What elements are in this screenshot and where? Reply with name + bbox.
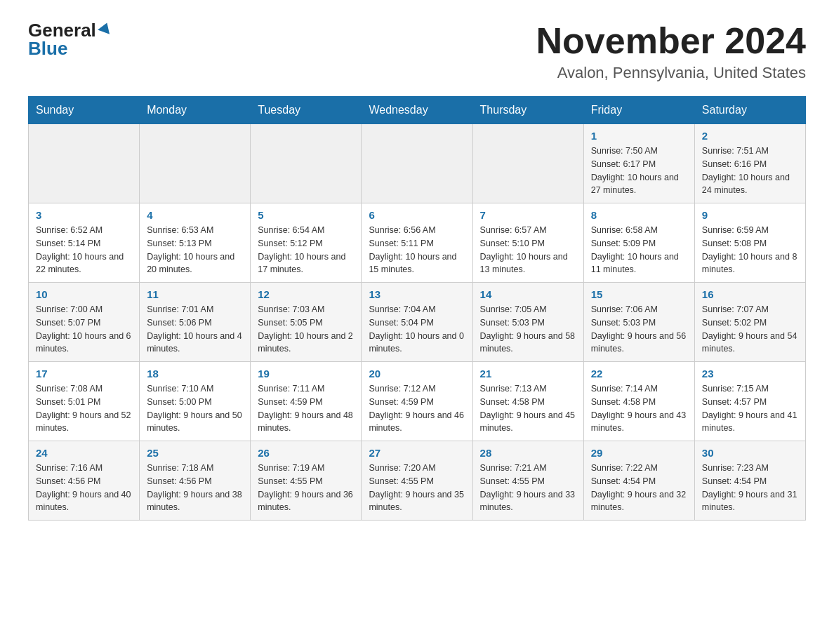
day-number: 3 — [36, 209, 132, 221]
calendar-header-sunday: Sunday — [29, 97, 140, 124]
day-number: 8 — [591, 209, 687, 221]
calendar-day-cell: 6Sunrise: 6:56 AM Sunset: 5:11 PM Daylig… — [362, 203, 472, 283]
day-number: 11 — [147, 288, 243, 300]
calendar-day-cell: 10Sunrise: 7:00 AM Sunset: 5:07 PM Dayli… — [29, 283, 140, 362]
day-number: 12 — [258, 288, 354, 300]
calendar-week-row: 17Sunrise: 7:08 AM Sunset: 5:01 PM Dayli… — [29, 362, 806, 441]
calendar-header-row: SundayMondayTuesdayWednesdayThursdayFrid… — [29, 97, 806, 124]
calendar-day-cell: 27Sunrise: 7:20 AM Sunset: 4:55 PM Dayli… — [362, 441, 472, 521]
calendar-day-cell: 20Sunrise: 7:12 AM Sunset: 4:59 PM Dayli… — [362, 362, 472, 441]
day-info: Sunrise: 7:00 AM Sunset: 5:07 PM Dayligh… — [36, 303, 132, 356]
logo-general-text: General — [28, 21, 96, 39]
day-info: Sunrise: 7:14 AM Sunset: 4:58 PM Dayligh… — [591, 382, 687, 435]
calendar-day-cell — [472, 124, 583, 203]
calendar-day-cell: 2Sunrise: 7:51 AM Sunset: 6:16 PM Daylig… — [694, 124, 805, 203]
day-info: Sunrise: 7:16 AM Sunset: 4:56 PM Dayligh… — [36, 462, 132, 514]
day-info: Sunrise: 7:04 AM Sunset: 5:04 PM Dayligh… — [369, 303, 465, 356]
calendar-header-tuesday: Tuesday — [251, 97, 362, 124]
calendar-week-row: 24Sunrise: 7:16 AM Sunset: 4:56 PM Dayli… — [29, 441, 806, 521]
day-info: Sunrise: 7:19 AM Sunset: 4:55 PM Dayligh… — [258, 462, 354, 514]
day-number: 2 — [702, 130, 798, 142]
calendar-day-cell: 13Sunrise: 7:04 AM Sunset: 5:04 PM Dayli… — [362, 283, 472, 362]
day-info: Sunrise: 7:05 AM Sunset: 5:03 PM Dayligh… — [480, 303, 576, 356]
logo: General Blue — [28, 21, 112, 58]
calendar-day-cell: 14Sunrise: 7:05 AM Sunset: 5:03 PM Dayli… — [472, 283, 583, 362]
day-number: 4 — [147, 209, 243, 221]
day-info: Sunrise: 7:22 AM Sunset: 4:54 PM Dayligh… — [591, 462, 687, 514]
day-number: 7 — [480, 209, 576, 221]
day-info: Sunrise: 7:51 AM Sunset: 6:16 PM Dayligh… — [702, 145, 798, 197]
day-info: Sunrise: 6:57 AM Sunset: 5:10 PM Dayligh… — [480, 224, 576, 276]
calendar-header-wednesday: Wednesday — [362, 97, 472, 124]
day-info: Sunrise: 6:53 AM Sunset: 5:13 PM Dayligh… — [147, 224, 243, 276]
day-info: Sunrise: 6:58 AM Sunset: 5:09 PM Dayligh… — [591, 224, 687, 276]
location-title: Avalon, Pennsylvania, United States — [536, 64, 806, 82]
calendar-week-row: 1Sunrise: 7:50 AM Sunset: 6:17 PM Daylig… — [29, 124, 806, 203]
calendar-header-thursday: Thursday — [472, 97, 583, 124]
day-info: Sunrise: 7:21 AM Sunset: 4:55 PM Dayligh… — [480, 462, 576, 514]
title-area: November 2024 Avalon, Pennsylvania, Unit… — [536, 21, 806, 82]
calendar-day-cell: 22Sunrise: 7:14 AM Sunset: 4:58 PM Dayli… — [583, 362, 694, 441]
day-number: 16 — [702, 288, 798, 300]
day-info: Sunrise: 7:50 AM Sunset: 6:17 PM Dayligh… — [591, 145, 687, 197]
calendar-day-cell: 9Sunrise: 6:59 AM Sunset: 5:08 PM Daylig… — [694, 203, 805, 283]
calendar-day-cell: 23Sunrise: 7:15 AM Sunset: 4:57 PM Dayli… — [694, 362, 805, 441]
calendar-header-friday: Friday — [583, 97, 694, 124]
day-info: Sunrise: 7:03 AM Sunset: 5:05 PM Dayligh… — [258, 303, 354, 356]
calendar-day-cell: 15Sunrise: 7:06 AM Sunset: 5:03 PM Dayli… — [583, 283, 694, 362]
day-info: Sunrise: 7:08 AM Sunset: 5:01 PM Dayligh… — [36, 382, 132, 435]
day-info: Sunrise: 7:01 AM Sunset: 5:06 PM Dayligh… — [147, 303, 243, 356]
day-info: Sunrise: 7:20 AM Sunset: 4:55 PM Dayligh… — [369, 462, 465, 514]
calendar-day-cell: 18Sunrise: 7:10 AM Sunset: 5:00 PM Dayli… — [140, 362, 251, 441]
day-info: Sunrise: 6:56 AM Sunset: 5:11 PM Dayligh… — [369, 224, 465, 276]
day-number: 9 — [702, 209, 798, 221]
calendar-day-cell — [251, 124, 362, 203]
calendar-day-cell: 21Sunrise: 7:13 AM Sunset: 4:58 PM Dayli… — [472, 362, 583, 441]
calendar-day-cell — [29, 124, 140, 203]
day-info: Sunrise: 7:11 AM Sunset: 4:59 PM Dayligh… — [258, 382, 354, 435]
day-info: Sunrise: 7:06 AM Sunset: 5:03 PM Dayligh… — [591, 303, 687, 356]
calendar-day-cell: 5Sunrise: 6:54 AM Sunset: 5:12 PM Daylig… — [251, 203, 362, 283]
day-info: Sunrise: 6:59 AM Sunset: 5:08 PM Dayligh… — [702, 224, 798, 276]
calendar-day-cell: 17Sunrise: 7:08 AM Sunset: 5:01 PM Dayli… — [29, 362, 140, 441]
day-number: 19 — [258, 368, 354, 380]
header: General Blue November 2024 Avalon, Penns… — [28, 21, 806, 82]
day-number: 1 — [591, 130, 687, 142]
calendar-day-cell: 3Sunrise: 6:52 AM Sunset: 5:14 PM Daylig… — [29, 203, 140, 283]
calendar-day-cell — [362, 124, 472, 203]
calendar: SundayMondayTuesdayWednesdayThursdayFrid… — [28, 96, 806, 521]
calendar-day-cell: 29Sunrise: 7:22 AM Sunset: 4:54 PM Dayli… — [583, 441, 694, 521]
day-number: 15 — [591, 288, 687, 300]
calendar-day-cell: 11Sunrise: 7:01 AM Sunset: 5:06 PM Dayli… — [140, 283, 251, 362]
month-title: November 2024 — [536, 21, 806, 61]
calendar-day-cell: 7Sunrise: 6:57 AM Sunset: 5:10 PM Daylig… — [472, 203, 583, 283]
day-number: 17 — [36, 368, 132, 380]
day-info: Sunrise: 7:15 AM Sunset: 4:57 PM Dayligh… — [702, 382, 798, 435]
day-number: 25 — [147, 447, 243, 459]
day-info: Sunrise: 7:10 AM Sunset: 5:00 PM Dayligh… — [147, 382, 243, 435]
day-info: Sunrise: 6:54 AM Sunset: 5:12 PM Dayligh… — [258, 224, 354, 276]
calendar-header-monday: Monday — [140, 97, 251, 124]
calendar-day-cell: 24Sunrise: 7:16 AM Sunset: 4:56 PM Dayli… — [29, 441, 140, 521]
day-number: 21 — [480, 368, 576, 380]
calendar-day-cell: 1Sunrise: 7:50 AM Sunset: 6:17 PM Daylig… — [583, 124, 694, 203]
day-number: 18 — [147, 368, 243, 380]
calendar-week-row: 10Sunrise: 7:00 AM Sunset: 5:07 PM Dayli… — [29, 283, 806, 362]
day-number: 24 — [36, 447, 132, 459]
calendar-day-cell: 16Sunrise: 7:07 AM Sunset: 5:02 PM Dayli… — [694, 283, 805, 362]
calendar-day-cell: 4Sunrise: 6:53 AM Sunset: 5:13 PM Daylig… — [140, 203, 251, 283]
day-info: Sunrise: 7:18 AM Sunset: 4:56 PM Dayligh… — [147, 462, 243, 514]
day-info: Sunrise: 7:23 AM Sunset: 4:54 PM Dayligh… — [702, 462, 798, 514]
calendar-day-cell: 19Sunrise: 7:11 AM Sunset: 4:59 PM Dayli… — [251, 362, 362, 441]
day-number: 20 — [369, 368, 465, 380]
day-info: Sunrise: 7:13 AM Sunset: 4:58 PM Dayligh… — [480, 382, 576, 435]
logo-blue-text: Blue — [28, 39, 67, 58]
day-info: Sunrise: 7:12 AM Sunset: 4:59 PM Dayligh… — [369, 382, 465, 435]
calendar-day-cell: 30Sunrise: 7:23 AM Sunset: 4:54 PM Dayli… — [694, 441, 805, 521]
calendar-day-cell: 8Sunrise: 6:58 AM Sunset: 5:09 PM Daylig… — [583, 203, 694, 283]
day-number: 14 — [480, 288, 576, 300]
day-info: Sunrise: 6:52 AM Sunset: 5:14 PM Dayligh… — [36, 224, 132, 276]
calendar-day-cell: 26Sunrise: 7:19 AM Sunset: 4:55 PM Dayli… — [251, 441, 362, 521]
day-number: 28 — [480, 447, 576, 459]
day-number: 26 — [258, 447, 354, 459]
